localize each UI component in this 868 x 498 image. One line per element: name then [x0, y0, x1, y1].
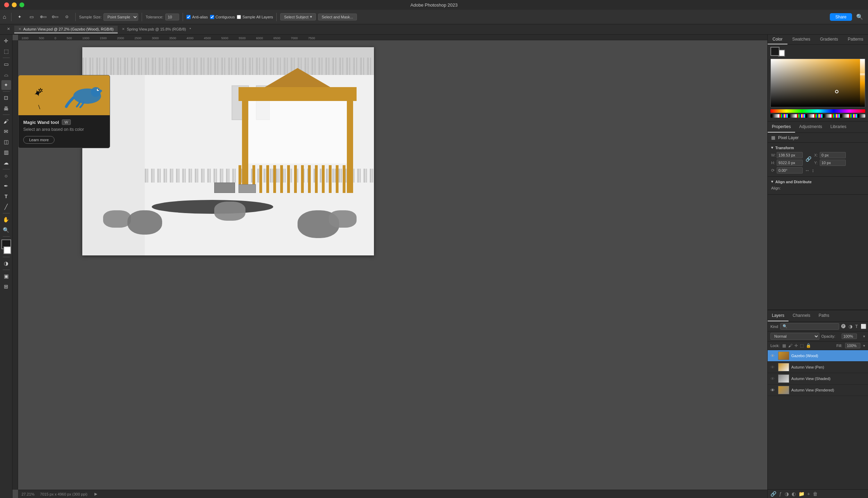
gradient-tool[interactable]: ▥ — [1, 147, 11, 157]
flip-v-icon[interactable]: ↕ — [812, 168, 814, 173]
lock-checkered-icon[interactable]: ▦ — [782, 343, 786, 348]
lock-all-icon[interactable]: 🔒 — [806, 343, 811, 348]
transform-chevron[interactable]: ▾ — [771, 145, 773, 150]
layer-filter-type-icon[interactable]: 🅟 — [841, 323, 846, 330]
layer-item-rendered[interactable]: 👁 Autumn View (Rendered) — [768, 385, 868, 396]
color-gradient-field[interactable] — [770, 59, 865, 107]
select-mask-button[interactable]: Select and Mask... — [318, 14, 357, 20]
close-button[interactable] — [4, 2, 9, 7]
layer-vis-rendered[interactable]: 👁 — [770, 388, 776, 393]
lock-brush-icon[interactable]: 🖌 — [788, 343, 792, 348]
document-canvas[interactable] — [82, 47, 374, 255]
background-color[interactable] — [3, 246, 11, 254]
move-tool[interactable]: ✛ — [1, 36, 11, 46]
pen-tool[interactable]: ✒ — [1, 181, 11, 191]
layers-tab-btn[interactable]: Layers — [768, 310, 788, 321]
zoom-tool[interactable]: 🔍 — [1, 225, 11, 235]
tool-option-1[interactable]: ✦ — [15, 12, 25, 22]
foreground-chip[interactable] — [770, 47, 779, 56]
gradients-tab[interactable]: Gradients — [815, 35, 843, 44]
dodge-tool[interactable]: ○ — [1, 171, 11, 180]
tool-option-3[interactable]: ⊕▭ — [39, 12, 48, 22]
opacity-expand[interactable]: ▾ — [863, 334, 865, 339]
hand-tool[interactable]: ✋ — [1, 215, 11, 225]
flip-h-icon[interactable]: ↔ — [805, 168, 810, 173]
layer-item-shaded[interactable]: 👁 Autumn View (Shaded) — [768, 373, 868, 385]
contiguous-check[interactable]: Contiguous — [210, 15, 235, 19]
link-layers-icon[interactable]: 🔗 — [770, 491, 776, 497]
layer-filter-shape-icon[interactable]: ⬜ — [860, 323, 867, 330]
color-strip-handle[interactable] — [860, 73, 865, 75]
canvas-viewport[interactable]: ✦| ✲ Magic Wand tool W Select an area ba… — [18, 40, 767, 490]
swatches-quick-strip[interactable] — [770, 114, 865, 118]
layer-fx-icon[interactable]: ƒ — [779, 491, 782, 497]
artboard-tool[interactable]: ⬚ — [1, 47, 11, 56]
properties-tab[interactable]: Properties — [768, 121, 795, 133]
anti-alias-check[interactable]: Anti-alias — [186, 15, 208, 19]
fill-expand[interactable]: ▾ — [863, 344, 865, 348]
sample-size-select[interactable]: Point Sample — [103, 13, 138, 21]
eraser-tool[interactable]: ◫ — [1, 137, 11, 147]
maximize-button[interactable] — [19, 2, 24, 7]
marquee-tool[interactable]: ▭ — [1, 59, 11, 69]
opacity-value[interactable]: 100% — [842, 334, 857, 339]
search-icon[interactable]: 🔍 — [856, 14, 863, 20]
hue-spectrum-bar[interactable] — [770, 109, 865, 113]
folder-icon[interactable]: 📁 — [799, 491, 804, 497]
paths-tab-btn[interactable]: Paths — [815, 310, 834, 321]
layer-filter-text-icon[interactable]: T — [854, 323, 859, 330]
sample-all-check[interactable]: Sample All Layers — [237, 15, 273, 19]
adjustment-icon[interactable]: ◐ — [792, 491, 796, 497]
align-chevron[interactable]: ▾ — [771, 179, 773, 184]
quick-mask-tool[interactable]: ◑ — [1, 259, 11, 268]
tab-close-autumn[interactable]: ✕ — [18, 27, 21, 31]
swatches-tab[interactable]: Swatches — [787, 35, 815, 44]
line-tool[interactable]: ╱ — [1, 202, 11, 212]
layer-vis-shaded[interactable]: 👁 — [770, 376, 776, 381]
share-button[interactable]: Share — [830, 13, 852, 21]
tool-option-2[interactable]: ▭ — [27, 12, 36, 22]
learn-more-button[interactable]: Learn more — [23, 136, 55, 144]
height-field[interactable]: 9322.0 px — [777, 160, 803, 166]
tab-autumn-view[interactable]: ✕ Autumn View.psd @ 27.2% (Gazebo (Wood)… — [14, 26, 118, 33]
layer-search-input[interactable] — [789, 324, 837, 329]
home-icon[interactable]: ⌂ — [3, 14, 6, 20]
tool-option-5[interactable]: ⊙ — [62, 12, 72, 22]
eyedropper-tool[interactable]: 🖶 — [1, 103, 11, 113]
angle-field[interactable]: 0.00° — [777, 167, 803, 174]
extras-panel[interactable]: ⊞ — [1, 282, 11, 292]
adjustments-tab[interactable]: Adjustments — [795, 121, 826, 133]
patterns-tab[interactable]: Patterns — [843, 35, 868, 44]
tool-option-4[interactable]: ⊖▭ — [50, 12, 60, 22]
blend-mode-select[interactable]: Normal — [770, 333, 819, 340]
lock-move-icon[interactable]: ✛ — [794, 343, 798, 348]
minimize-button[interactable] — [12, 2, 17, 7]
libraries-tab[interactable]: Libraries — [826, 121, 851, 133]
layer-item-pen[interactable]: 👁 Autumn View (Pen) — [768, 362, 868, 373]
screen-mode[interactable]: ▣ — [1, 271, 11, 281]
tolerance-input[interactable] — [165, 14, 179, 20]
crop-tool[interactable]: ⊡ — [1, 93, 11, 103]
y-field[interactable]: 10 px — [820, 160, 846, 166]
layer-item-gazebo[interactable]: 👁 Gazebo (Wood) — [768, 350, 868, 362]
new-layer-icon[interactable]: + — [807, 491, 810, 497]
magic-wand-tool[interactable]: ✦ — [1, 80, 11, 90]
layer-filter-adj-icon[interactable]: ◑ — [848, 323, 853, 330]
layer-vis-gazebo[interactable]: 👁 — [770, 353, 776, 358]
color-tab[interactable]: Color — [768, 35, 787, 44]
expand-icon[interactable]: ▶ — [94, 492, 97, 496]
clone-tool[interactable]: ✉ — [1, 127, 11, 136]
delete-layer-icon[interactable]: 🗑 — [813, 491, 818, 497]
smudge-tool[interactable]: ☁ — [1, 158, 11, 168]
type-tool[interactable]: T — [1, 192, 11, 201]
fill-value[interactable]: 100% — [845, 343, 860, 348]
link-icon[interactable]: 🔗 — [806, 156, 811, 162]
brush-tool[interactable]: 🖌 — [1, 116, 11, 126]
x-field[interactable]: 0 px — [820, 152, 846, 158]
channels-tab-btn[interactable]: Channels — [788, 310, 815, 321]
tab-close-spring[interactable]: ✕ — [122, 27, 125, 31]
tab-spring-view[interactable]: ✕ Spring View.psb @ 15.8% (RGB/8) * — [118, 26, 195, 33]
select-subject-button[interactable]: Select Subject ▾ — [280, 13, 316, 20]
lasso-tool[interactable]: ⌓ — [1, 70, 11, 79]
lock-artboard-icon[interactable]: ⬚ — [800, 343, 804, 348]
